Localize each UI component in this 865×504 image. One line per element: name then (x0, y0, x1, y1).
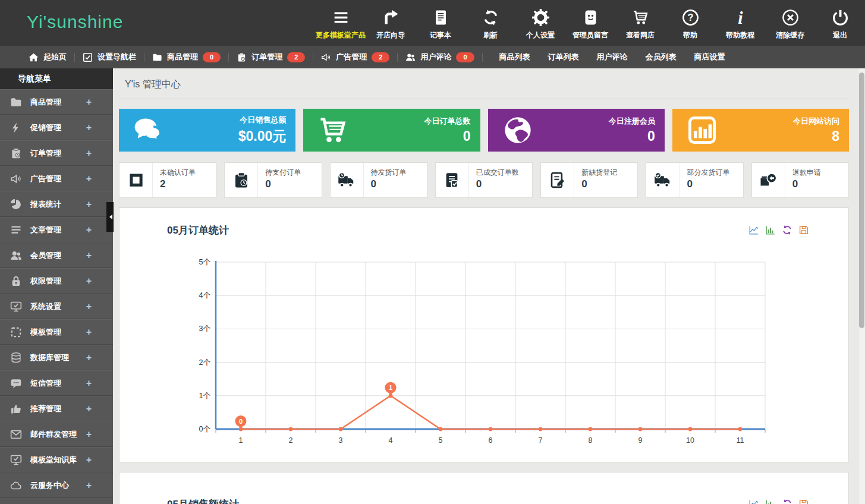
navbar-link[interactable]: 订单列表 (548, 52, 579, 62)
top-menu-item[interactable]: 管理员留言 (565, 0, 615, 46)
sidebar-item[interactable]: 报表统计+ (0, 191, 113, 217)
toolbar-button[interactable] (765, 225, 776, 238)
sidebar-item[interactable]: 云服务中心+ (0, 472, 113, 498)
scrollbar-thumb[interactable] (859, 73, 864, 328)
sidebar-item[interactable]: 文章管理+ (0, 217, 113, 242)
truck-clock-icon (338, 171, 356, 189)
navbar-item[interactable]: 用户评论0 (405, 52, 474, 62)
top-menu-item[interactable]: i帮助教程 (715, 0, 765, 46)
sidebar-item[interactable]: 权限管理+ (0, 268, 113, 294)
chart-toolbar (748, 499, 809, 504)
toolbar-button[interactable] (782, 499, 792, 504)
navbar-link[interactable]: 用户评论 (597, 52, 628, 62)
stat-box[interactable]: 新缺货登记0 (540, 162, 638, 198)
bar-chart-icon (687, 115, 718, 146)
expand-plus-icon[interactable]: + (86, 480, 92, 491)
navbar-item[interactable]: 起始页 (29, 52, 67, 62)
stat-box-icon-cell (119, 163, 153, 197)
sidebar-item[interactable]: 模板堂知识库+ (0, 447, 113, 472)
expand-plus-icon[interactable]: + (86, 174, 92, 184)
expand-plus-icon[interactable]: + (86, 455, 92, 465)
summary-card[interactable]: 今日网站访问8 (672, 109, 849, 152)
stat-box-value: 2 (160, 178, 196, 190)
stat-box[interactable]: 部分发货订单0 (646, 162, 743, 198)
expand-plus-icon[interactable]: + (86, 199, 92, 210)
top-menu-item[interactable]: 刷新 (465, 0, 515, 46)
toolbar-button[interactable] (798, 499, 809, 504)
chat-bubbles-icon (133, 115, 164, 146)
navbar-item[interactable]: 商品管理0 (152, 52, 221, 62)
navbar-link[interactable]: 商店设置 (694, 52, 725, 62)
expand-plus-icon[interactable]: + (86, 429, 92, 440)
navbar-link[interactable]: 商品列表 (499, 52, 530, 62)
envelope-icon (10, 429, 22, 440)
stat-box[interactable]: 未确认订单2 (119, 162, 216, 198)
clipboard-clock-icon (232, 171, 250, 189)
toolbar-button[interactable] (748, 225, 759, 238)
stat-box[interactable]: 待支付订单0 (224, 162, 322, 198)
summary-card[interactable]: 今日注册会员0 (488, 109, 665, 152)
top-menu-item[interactable]: ?帮助 (665, 0, 715, 46)
expand-plus-icon[interactable]: + (86, 301, 92, 312)
expand-plus-icon[interactable]: + (86, 352, 92, 363)
sidebar-item[interactable]: 商品管理+ (0, 89, 113, 115)
gear-icon (532, 9, 549, 26)
sidebar-item[interactable]: 短信管理+ (0, 370, 113, 396)
top-menu-label: 记事本 (430, 30, 451, 40)
toolbar-button[interactable] (798, 225, 809, 238)
sidebar-collapse-handle[interactable] (106, 202, 114, 232)
top-menu-item[interactable]: 退出 (815, 0, 865, 46)
svg-text:1个: 1个 (199, 392, 211, 400)
navbar-link[interactable]: 会员列表 (646, 52, 677, 62)
expand-plus-icon[interactable]: + (86, 225, 92, 235)
toolbar-button[interactable] (765, 499, 776, 504)
top-menu-item[interactable]: 清除缓存 (765, 0, 815, 46)
toolbar-button[interactable] (748, 499, 759, 504)
sidebar-item[interactable]: 会员管理+ (0, 242, 113, 268)
stat-box[interactable]: 退款申请0 (751, 162, 849, 198)
sidebar-item[interactable]: 广告管理+ (0, 166, 113, 191)
top-menu-item[interactable]: 开店向导 (366, 0, 416, 46)
top-menu-item[interactable]: 个人设置 (515, 0, 565, 46)
svg-text:1: 1 (239, 436, 243, 445)
sidebar-item[interactable]: 系统设置+ (0, 294, 113, 319)
sidebar-item[interactable]: 模板管理+ (0, 319, 113, 345)
sidebar-item[interactable]: 订单管理+ (0, 140, 113, 166)
summary-card[interactable]: 今日订单总数0 (303, 109, 480, 152)
expand-plus-icon[interactable]: + (86, 327, 92, 338)
sidebar-item[interactable]: 邮件群发管理+ (0, 421, 113, 447)
stat-box-label: 退款申请 (792, 168, 821, 178)
expand-plus-icon[interactable]: + (86, 250, 92, 261)
order-clipboard-icon (237, 52, 247, 62)
count-badge: 0 (456, 52, 474, 62)
stat-box-icon-cell (541, 163, 574, 197)
expand-plus-icon[interactable]: + (86, 148, 92, 159)
top-menu-item[interactable]: 查看网店 (615, 0, 665, 46)
navbar-item[interactable]: 广告管理2 (321, 52, 389, 62)
users-icon (405, 52, 416, 62)
toolbar-button[interactable] (782, 225, 792, 238)
stat-box[interactable]: 已成交订单数0 (435, 162, 533, 198)
expand-plus-icon[interactable]: + (86, 404, 92, 414)
navbar-item[interactable]: 订单管理2 (237, 52, 305, 62)
sidebar-item[interactable]: 数据库管理+ (0, 345, 113, 370)
expand-plus-icon[interactable]: + (86, 122, 92, 133)
line-chart-icon (748, 225, 759, 235)
sidebar-item[interactable]: 推荐管理+ (0, 396, 113, 421)
expand-plus-icon[interactable]: + (86, 276, 92, 286)
top-menu-item[interactable]: 记事本 (416, 0, 465, 46)
stat-box-label: 新缺货登记 (581, 168, 617, 178)
svg-text:1: 1 (389, 384, 392, 391)
sidebar-item[interactable]: 促销管理+ (0, 115, 113, 140)
turn-right-icon (382, 9, 400, 26)
navbar-item[interactable]: 设置导航栏 (83, 52, 136, 62)
chart-toolbar (748, 225, 809, 238)
expand-plus-icon[interactable]: + (86, 378, 92, 389)
svg-text:2: 2 (289, 436, 293, 445)
top-menu-item[interactable]: 更多模板堂产品 (316, 0, 366, 46)
vertical-scrollbar[interactable] (858, 68, 865, 504)
expand-plus-icon[interactable]: + (86, 97, 92, 108)
clipboard-check-icon (443, 171, 461, 189)
summary-card[interactable]: 今日销售总额$0.00元 (119, 109, 295, 152)
stat-box[interactable]: 待发货订单0 (330, 162, 427, 198)
